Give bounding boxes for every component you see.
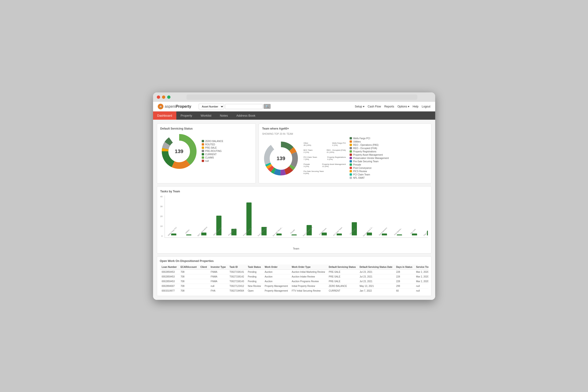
table-cell: PRE-SALE [327,279,358,284]
bar [292,234,297,236]
top-nav-right: Setup ▾ Cash Flow Reports Options ▾ Help… [355,105,431,108]
donut-center-1: 139 [175,148,183,154]
table-cell: Open [246,288,263,293]
col-ecar: ECARAccount [179,264,198,270]
search-input[interactable] [225,104,263,109]
col-days: Days in Status [394,264,414,270]
table-cell: Pending [246,279,263,284]
nav-reports[interactable]: Reports [384,105,394,108]
nav-setup[interactable]: Setup ▾ [355,105,364,108]
legend-item: ROUTED [202,143,223,146]
legend-item: CLAIMS [202,156,223,159]
table-cell: Auction [263,270,290,274]
donut-center-2: 139 [277,156,285,162]
legend-dot [350,144,352,146]
nav-property[interactable]: Property [176,112,196,120]
open-work-table: Loan Number ECARAccount Client Investor … [160,264,428,293]
table-cell: FHA [209,288,228,293]
bar [412,234,417,236]
bar-column: Post Conveyance [302,225,316,238]
table-cell [198,284,209,288]
close-button[interactable] [157,96,160,99]
team-label: Other26 (19%) [304,142,311,146]
app-content: 🏠 aspeniProperty Asset Number 🔍 Setup ▾ … [153,102,435,300]
bar-column: Presale [287,234,301,238]
legend-label: null [205,160,209,162]
logo-icon: 🏠 [158,104,163,109]
legend-dot [350,137,352,140]
nav-options[interactable]: Options ▾ [397,105,409,108]
nav-dashboard[interactable]: Dashboard [153,112,177,120]
team-label: REO - Occupied (FHA)21 (15%) [327,149,346,153]
nav-address-book[interactable]: Address Book [232,112,260,120]
table-cell: Initial Property Review [290,284,327,288]
bar-column: PCI Claim Team [332,234,346,238]
y-label: 20 [160,215,163,218]
legend-label: CLAIMS [205,156,214,159]
bar-column: Post Conveyance [257,227,271,238]
team-label: Property Asset Management12 (9%) [322,163,346,168]
legend-item: PRE-SALE [202,146,223,149]
search-button[interactable]: 🔍 [264,104,271,109]
search-type-select[interactable]: Asset Number [199,104,224,109]
minimize-button[interactable] [162,96,165,99]
legend-label: Property Asset Management [353,154,383,156]
nav-notes[interactable]: Notes [216,112,232,120]
bar [382,234,387,236]
bar [276,234,282,236]
table-cell: Property Management [263,288,290,293]
table-row: 0002894007708nullT0027123412New ReviewPr… [160,284,428,288]
charts-row: Default Servicing Status [157,124,431,184]
legend-dot [202,150,204,152]
table-cell: Mar 2, 2020 [414,279,428,284]
legend-label: Pre-Sale Securing Team [353,160,379,163]
chart-team-age60: Team where Age60+ SHOWING TOP 20 IN: TEA… [259,124,431,184]
nav-logout[interactable]: Logout [422,105,431,108]
maximize-button[interactable] [167,96,170,99]
legend-dot [350,173,352,176]
content-area: Default Servicing Status [153,120,435,300]
nav-worklist[interactable]: Worklist [196,112,216,120]
table-cell: Property Management [263,284,290,288]
table-cell: T0027158143 [228,279,246,284]
legend-label: ZERO BALANCE [205,140,223,142]
address-bar[interactable] [186,94,417,100]
legend-label: NFL SWAT [353,176,365,179]
y-label: 40 [160,196,163,198]
bar-column: Property Regi... [227,229,241,238]
search-bar: Asset Number 🔍 [199,104,271,109]
table-cell: 0002859453 [160,279,179,284]
legend-dot [202,146,204,149]
legend-item: ZERO BALANCE [202,140,223,142]
table-cell: New Review [246,284,263,288]
table-cell: Jan 7, 2022 [358,288,394,293]
legend-label: Preservation Vendor Management [353,157,389,160]
team-label: Presale3 (2%) [304,163,310,168]
main-nav: Dashboard Property Worklist Notes Addres… [153,112,435,120]
table-cell: T0027158142 [228,274,246,279]
nav-cashflow[interactable]: Cash Flow [368,105,381,108]
table-row: 0002859453708FNMAT0027158141PendingAucti… [160,270,428,274]
team-label: PCI Claim Team7 (5%) [304,156,317,160]
bar-column: PICS Review [317,232,331,238]
table-cell: CURRENT [327,288,358,293]
table-cell: 0002894007 [160,284,179,288]
table-cell: T0027158141 [228,270,246,274]
col-work-order: Work Order [263,264,290,270]
nav-help[interactable]: Help [413,105,419,108]
table-cell: Pending [246,274,263,279]
donut-legend-2: Wells Fargo PCI Utilities REO - Operatio… [350,137,389,180]
legend-dot [350,154,352,156]
bar [186,234,191,236]
table-row: 0002859453708FNMAT0027158142PendingAucti… [160,274,428,279]
table-cell: PRE-SALE [327,270,358,274]
legend-dot [350,157,352,159]
logo-text: aspeniProperty [165,104,191,109]
table-cell: Jul 23, 2021 [358,274,394,279]
table-scroll: Loan Number ECARAccount Client Investor … [160,264,428,293]
table-cell: 228 [394,270,414,274]
col-client: Client [198,264,209,270]
table-cell: FNMA [209,279,228,284]
table-cell: Mar 2, 2020 [414,270,428,274]
col-task-id: Task ID [228,264,246,270]
